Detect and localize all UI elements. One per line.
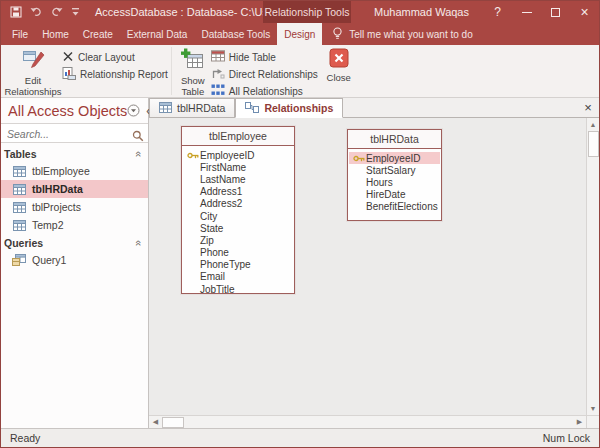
nav-pane-title[interactable]: All Access Objects [8,103,127,119]
nav-item-tblemployee[interactable]: tblEmployee [1,162,148,180]
field-jobtitle[interactable]: JobTitle [182,283,294,295]
field-hiredate[interactable]: HireDate [348,189,441,201]
field-employeeid[interactable]: EmployeeID [182,149,294,161]
tab-file[interactable]: File [5,23,35,45]
clear-layout-button[interactable]: Clear Layout [62,50,168,64]
tab-home[interactable]: Home [35,23,76,45]
field-benefitelections[interactable]: BenefitElections [348,201,441,213]
nav-item-temp2[interactable]: Temp2 [1,216,148,234]
customize-qat-icon[interactable] [71,7,80,17]
show-table-icon [181,48,205,75]
tab-external-data[interactable]: External Data [120,23,195,45]
field-address1[interactable]: Address1 [182,186,294,198]
tab-database-tools[interactable]: Database Tools [194,23,277,45]
field-state[interactable]: State [182,222,294,234]
relationship-report-icon [62,67,76,82]
nav-item-label: tblEmployee [32,165,90,177]
collapse-chevron-icon[interactable]: « [133,150,145,156]
hide-table-button[interactable]: Hide Table [211,50,318,64]
field-lastname[interactable]: LastName [182,173,294,185]
field-city[interactable]: City [182,210,294,222]
table-box-tblemployee[interactable]: tblEmployeeEmployeeIDFirstNameLastNameAd… [181,126,295,294]
tell-me-box[interactable]: Tell me what you want to do [322,23,482,45]
quick-access-toolbar [10,6,80,18]
collapse-chevron-icon[interactable]: « [133,239,145,245]
close-document-button[interactable]: × [577,98,599,117]
all-relationships-button[interactable]: All Relationships [211,84,318,98]
redo-icon[interactable] [50,7,64,17]
table-icon [159,102,172,115]
tab-create[interactable]: Create [76,23,120,45]
close-relationships-icon [329,48,349,72]
maximize-button[interactable] [541,1,570,23]
navigation-pane: All Access Objects « Tables«tblEmployeet… [1,98,149,428]
minimize-icon [522,12,532,13]
table-icon [12,202,26,213]
field-name-label: State [200,223,223,234]
field-startsalary[interactable]: StartSalary [348,164,441,176]
vertical-scrollbar[interactable]: ▲ ▼ [586,118,599,415]
doc-tab-relationships[interactable]: Relationships [235,98,343,118]
workspace: All Access Objects « Tables«tblEmployeet… [1,98,599,428]
all-relationships-icon [211,84,225,98]
edit-relationships-button[interactable]: Edit Relationships [4,47,62,97]
nav-pane-menu-icon[interactable] [127,104,140,117]
scroll-up-icon[interactable]: ▲ [587,118,600,131]
scroll-left-icon[interactable]: ◀ [149,416,162,429]
direct-relationships-label: Direct Relationships [229,69,318,80]
nav-item-tblhrdata[interactable]: tblHRData [1,180,148,198]
horizontal-scrollbar[interactable]: ◀ ▶ [149,415,599,428]
field-email[interactable]: Email [182,271,294,283]
direct-relationships-icon [211,67,225,81]
table-icon [12,166,26,177]
nav-group-header-queries[interactable]: Queries« [1,234,148,251]
field-hours[interactable]: Hours [348,176,441,188]
direct-relationships-button[interactable]: Direct Relationships [211,67,318,81]
table-box-tblhrdata[interactable]: tblHRDataEmployeeIDStartSalaryHoursHireD… [347,129,442,221]
scroll-down-icon[interactable]: ▼ [587,402,600,415]
field-name-label: BenefitElections [366,201,438,212]
close-icon: × [580,5,588,19]
doc-tab-tblhrdata[interactable]: tblHRData [149,98,235,117]
search-input[interactable] [1,125,148,143]
relationship-report-button[interactable]: Relationship Report [62,67,168,81]
field-address2[interactable]: Address2 [182,198,294,210]
close-window-button[interactable]: × [570,1,599,23]
search-icon[interactable] [132,128,144,146]
account-name[interactable]: Muhammad Waqas [374,6,469,18]
scroll-right-icon[interactable]: ▶ [573,416,586,429]
field-phone[interactable]: Phone [182,247,294,259]
field-name-label: StartSalary [366,165,415,176]
status-numlock: Num Lock [543,432,590,444]
field-firstname[interactable]: FirstName [182,161,294,173]
clear-layout-label: Clear Layout [78,52,135,63]
table-box-title[interactable]: tblHRData [348,130,441,149]
nav-item-label: Query1 [32,254,66,266]
horizontal-scroll-thumb[interactable] [162,417,184,428]
nav-group-header-tables[interactable]: Tables« [1,145,148,162]
status-ready: Ready [10,432,40,444]
close-relationships-button[interactable]: Close [318,47,360,84]
vertical-scroll-thumb[interactable] [588,131,599,157]
contextual-tab-group: Relationship Tools [263,1,351,23]
relationship-canvas[interactable]: ▲ ▼ tblEmployeeEmployeeIDFirstNameLastNa… [149,118,599,415]
field-employeeid[interactable]: EmployeeID [349,152,440,164]
tell-me-label: Tell me what you want to do [349,29,472,40]
field-zip[interactable]: Zip [182,234,294,246]
show-table-button[interactable]: Show Table [175,47,211,97]
field-name-label: Address2 [200,198,242,209]
field-name-label: PhoneType [200,259,251,270]
tab-design[interactable]: Design [277,23,322,45]
table-box-title[interactable]: tblEmployee [182,127,294,146]
minimize-button[interactable] [512,1,541,23]
field-phonetype[interactable]: PhoneType [182,259,294,271]
field-name-label: LastName [200,174,246,185]
edit-relationships-icon [21,48,45,75]
save-icon[interactable] [10,6,22,18]
help-button[interactable]: ? [483,1,512,23]
nav-item-query1[interactable]: Query1 [1,251,148,269]
nav-item-tblprojects[interactable]: tblProjects [1,198,148,216]
clear-layout-icon [62,50,74,64]
undo-icon[interactable] [29,7,43,17]
field-name-label: Email [200,271,225,282]
